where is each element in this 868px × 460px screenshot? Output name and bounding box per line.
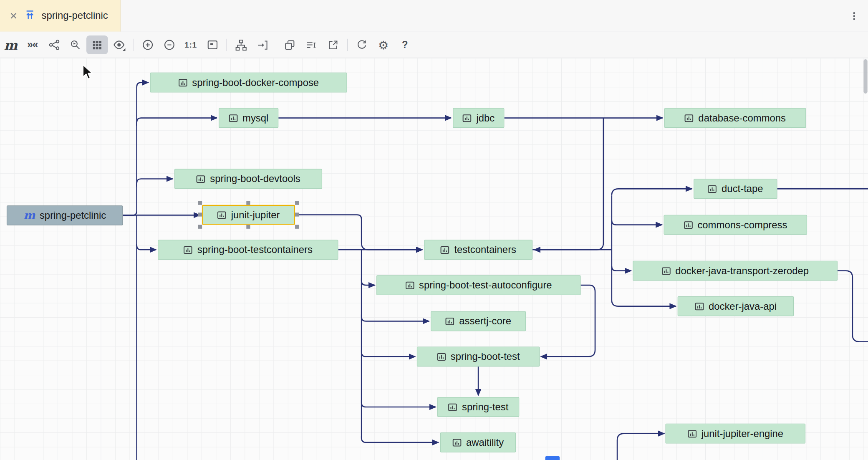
- module-icon: [452, 438, 462, 447]
- zoom-to-selection-icon[interactable]: [65, 35, 86, 54]
- node-awaitility[interactable]: awaitility: [440, 432, 516, 452]
- node-duct-tape[interactable]: duct-tape: [694, 179, 777, 199]
- module-icon: [448, 402, 458, 412]
- module-icon: [684, 220, 693, 230]
- edge-to-assertj-core[interactable]: [361, 314, 429, 321]
- node-mysql[interactable]: mysql: [219, 108, 278, 128]
- node-label: commons-compress: [697, 219, 787, 231]
- node-label: duct-tape: [722, 183, 763, 195]
- collapse-nodes-icon[interactable]: »«: [22, 35, 43, 54]
- module-icon: [217, 210, 227, 220]
- edge-autoconfigure-to-spring-boot-test[interactable]: [541, 285, 595, 356]
- maven-module-icon: m: [23, 210, 35, 221]
- node-spring-boot-testcontainers[interactable]: spring-boot-testcontainers: [158, 240, 338, 260]
- node-spring-test[interactable]: spring-test: [437, 397, 519, 417]
- node-testcontainers[interactable]: testcontainers: [424, 240, 532, 260]
- toolbar-separator: [227, 39, 227, 51]
- bottom-blue-indicator[interactable]: [545, 456, 560, 460]
- zoom-in-icon[interactable]: [137, 35, 159, 54]
- selection-handle-tm[interactable]: [246, 201, 250, 205]
- node-label: docker-java-transport-zerodep: [675, 265, 809, 277]
- node-database-commons[interactable]: database-commons: [664, 108, 806, 128]
- edge-zerodep-offscreen[interactable]: [838, 271, 868, 342]
- node-commons-compress[interactable]: commons-compress: [664, 215, 807, 235]
- edge-testcontainers-to-commons-compress[interactable]: [612, 220, 662, 225]
- edge-testcontainers-to-docker-java-transport-zerodep[interactable]: [612, 266, 631, 271]
- module-icon: [661, 266, 671, 275]
- node-label: awaitility: [466, 437, 504, 448]
- help-icon[interactable]: ?: [394, 35, 416, 54]
- module-icon: [437, 352, 447, 361]
- diagram-canvas[interactable]: spring-boot-docker-composemysqljdbcdatab…: [0, 58, 868, 460]
- actual-size-button[interactable]: 1:1: [180, 35, 202, 54]
- node-assertj-core[interactable]: assertj-core: [431, 311, 526, 331]
- node-spring-boot-devtools[interactable]: spring-boot-devtools: [174, 169, 322, 189]
- module-icon: [405, 281, 415, 290]
- edge-to-awaitility[interactable]: [361, 436, 438, 442]
- node-label: mysql: [242, 112, 268, 124]
- dependency-analyzer-icon: [24, 9, 35, 23]
- selection-handle-mr[interactable]: [295, 212, 299, 216]
- node-label: spring-boot-docker-compose: [192, 77, 319, 88]
- node-spring-boot-test-autoconfigure[interactable]: spring-boot-test-autoconfigure: [376, 275, 580, 295]
- settings-icon[interactable]: ⚙: [373, 35, 394, 54]
- export-icon[interactable]: [322, 35, 344, 54]
- edge-to-spring-test[interactable]: [361, 400, 436, 407]
- edge-testcontainers-to-duct-tape[interactable]: [612, 189, 692, 195]
- node-label: spring-boot-test: [451, 351, 520, 362]
- node-label: spring-boot-testcontainers: [197, 244, 313, 255]
- editor-tab-bar: spring-petclinic: [0, 0, 868, 32]
- selection-handle-bl[interactable]: [198, 225, 202, 229]
- more-options-icon[interactable]: [846, 8, 863, 24]
- fit-content-icon[interactable]: [202, 35, 223, 54]
- node-spring-boot-docker-compose[interactable]: spring-boot-docker-compose: [150, 73, 347, 93]
- edge-root-to-spring-boot-devtools[interactable]: [137, 179, 173, 187]
- node-docker-java-transport-zerodep[interactable]: docker-java-transport-zerodep: [633, 261, 838, 281]
- node-spring-petclinic[interactable]: mspring-petclinic: [7, 205, 123, 225]
- route-edges-icon[interactable]: [252, 35, 274, 54]
- node-junit-jupiter-engine[interactable]: junit-jupiter-engine: [665, 424, 805, 444]
- module-icon: [462, 113, 472, 123]
- edge-root-to-spring-boot-testcontainers[interactable]: [137, 244, 156, 250]
- diagram-notes-icon[interactable]: [300, 35, 322, 54]
- edge-testcontainers-to-docker-java-api[interactable]: [612, 300, 676, 306]
- module-icon: [440, 245, 450, 255]
- tab-spring-petclinic[interactable]: spring-petclinic: [0, 0, 121, 32]
- node-junit-jupiter[interactable]: junit-jupiter: [202, 205, 295, 225]
- grid-toggle-icon[interactable]: [86, 35, 108, 54]
- vertical-scrollbar-thumb[interactable]: [863, 59, 867, 94]
- node-label: assertj-core: [459, 315, 511, 327]
- graph-layout-icon[interactable]: [43, 35, 65, 54]
- node-label: junit-jupiter-engine: [701, 428, 783, 440]
- selection-handle-ml[interactable]: [198, 212, 202, 216]
- refresh-icon[interactable]: [351, 35, 373, 54]
- maven-scope-icon[interactable]: m: [0, 35, 22, 54]
- node-jdbc[interactable]: jdbc: [453, 108, 504, 128]
- toolbar-separator: [347, 39, 348, 51]
- module-icon: [196, 174, 206, 184]
- selection-handle-tr[interactable]: [295, 201, 299, 205]
- tab-close-icon[interactable]: [8, 11, 18, 21]
- copy-diagram-icon[interactable]: [279, 35, 301, 54]
- node-label: docker-java-api: [709, 301, 777, 312]
- toolbar-separator: [133, 39, 133, 51]
- edge-root-to-mysql[interactable]: [137, 118, 217, 126]
- edge-to-spring-boot-test[interactable]: [361, 350, 415, 356]
- tab-title: spring-petclinic: [41, 10, 108, 22]
- module-icon: [184, 245, 193, 255]
- edge-database-commons-to-testcontainers[interactable]: [534, 118, 603, 250]
- selection-handle-tl[interactable]: [198, 201, 202, 205]
- hierarchic-layout-icon[interactable]: [230, 35, 252, 54]
- visibility-icon[interactable]: [108, 35, 130, 54]
- edge-to-spring-boot-test-autoconfigure[interactable]: [361, 278, 375, 285]
- edge-root-to-spring-boot-docker-compose[interactable]: [123, 83, 148, 215]
- edge-to-junit-jupiter-engine[interactable]: [617, 434, 664, 460]
- selection-handle-bm[interactable]: [246, 225, 250, 229]
- node-spring-boot-test[interactable]: spring-boot-test: [417, 346, 540, 366]
- node-label: spring-petclinic: [40, 210, 106, 221]
- selection-handle-br[interactable]: [295, 225, 299, 229]
- gear-glyph: ⚙: [378, 39, 389, 51]
- actual-size-label: 1:1: [184, 40, 197, 49]
- node-docker-java-api[interactable]: docker-java-api: [678, 296, 794, 316]
- zoom-out-icon[interactable]: [158, 35, 180, 54]
